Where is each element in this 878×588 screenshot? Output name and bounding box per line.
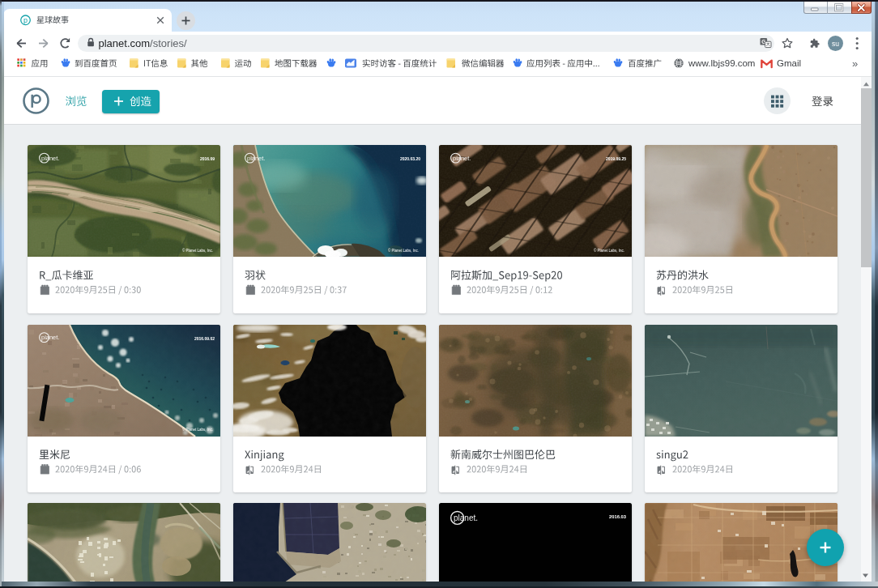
svg-text:© Planet Labs, Inc.: © Planet Labs, Inc.	[182, 248, 213, 253]
svg-text:© Planet Labs, Inc.: © Planet Labs, Inc.	[594, 248, 624, 253]
svg-text:planet.: planet.	[41, 334, 59, 341]
svg-text:Gmail: Gmail	[777, 58, 801, 68]
svg-text:su: su	[832, 40, 839, 48]
svg-text:planet.: planet.	[247, 155, 265, 162]
svg-text:© Planet Labs, Inc.: © Planet Labs, Inc.	[388, 248, 419, 253]
svg-text:planet.: planet.	[41, 155, 59, 162]
svg-text:© Planet Labs, Inc.: © Planet Labs, Inc.	[182, 427, 213, 432]
svg-text:»: »	[852, 58, 858, 70]
svg-text:2019.09.25: 2019.09.25	[606, 156, 626, 161]
svg-text:planet.: planet.	[454, 513, 478, 522]
svg-text:2016.09: 2016.09	[200, 156, 215, 161]
svg-text:2020.03.20: 2020.03.20	[400, 156, 420, 161]
svg-text:p: p	[23, 16, 28, 24]
svg-text:2016.03: 2016.03	[609, 514, 627, 519]
svg-text:2016.09.02: 2016.09.02	[194, 336, 215, 341]
svg-text:planet.com/stories/: planet.com/stories/	[99, 37, 187, 49]
svg-text:planet.: planet.	[453, 155, 471, 162]
svg-text:www.lbjs99.com: www.lbjs99.com	[688, 58, 755, 68]
